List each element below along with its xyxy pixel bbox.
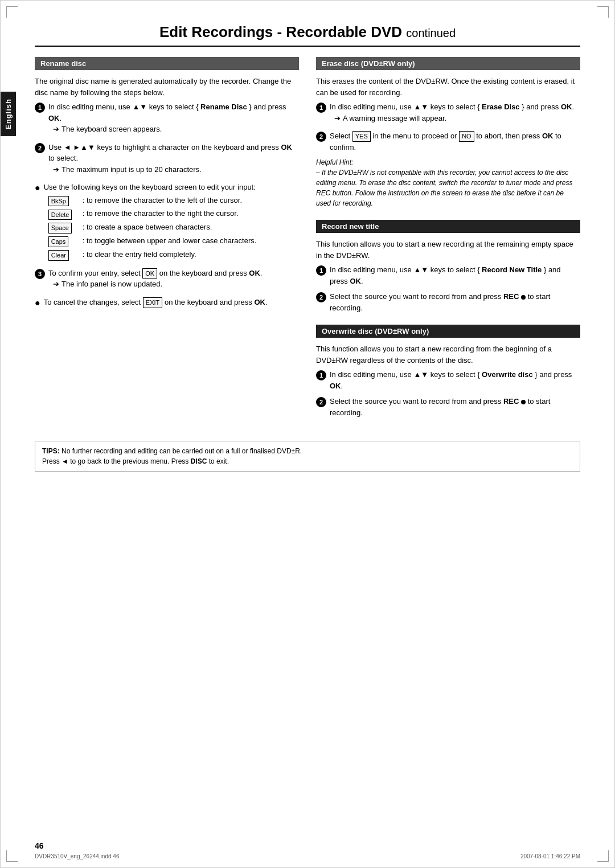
corner-mark-bl — [6, 850, 18, 862]
keyboard-keys-intro: Use the following keys on the keyboard s… — [44, 183, 256, 191]
rename-disc-intro: The original disc name is generated auto… — [35, 76, 299, 98]
overwrite-step-1: 1 In disc editing menu, use ▲▼ keys to s… — [316, 369, 580, 391]
erase-disc-header: Erase disc (DVD±RW only) — [316, 57, 580, 70]
step-2-arrow-text: The maximum input is up to 20 characters… — [62, 164, 202, 175]
step-1-content: In disc editing menu, use ▲▼ keys to sel… — [48, 101, 299, 137]
yes-box: YES — [352, 131, 371, 142]
key-caps-desc: : to toggle between upper and lower case… — [83, 236, 299, 246]
erase-disc-intro: This erases the content of the DVD±RW. O… — [316, 76, 580, 98]
overwrite-disc-section: Overwrite disc (DVD±RW only) This functi… — [316, 325, 580, 418]
record-step-2-content: Select the source you want to record fro… — [330, 291, 580, 313]
erase-disc-section: Erase disc (DVD±RW only) This erases the… — [316, 57, 580, 208]
step-num-1: 1 — [35, 103, 45, 113]
tips-text: No further recording and editing can be … — [42, 447, 302, 465]
step-2-arrow: ➔ The maximum input is up to 20 characte… — [53, 164, 299, 175]
helpful-hint-title: Helpful Hint: — [316, 158, 353, 166]
bullet-symbol-keys: ● — [35, 182, 40, 194]
key-delete-desc: : to remove the character to the right t… — [83, 208, 299, 219]
key-row-caps: Caps : to toggle between upper and lower… — [48, 236, 299, 247]
key-exit: EXIT — [143, 297, 162, 308]
rec-dot-2 — [521, 400, 526, 404]
rename-disc-section: Rename disc The original disc name is ge… — [35, 57, 299, 309]
page-title-continued: continued — [406, 27, 456, 39]
key-bksp-cell: BkSp — [48, 195, 83, 207]
footer-right: 2007-08-01 1:46:22 PM — [520, 853, 580, 859]
overwrite-disc-intro: This function allows you to start a new … — [316, 343, 580, 366]
rename-step-3: 3 To confirm your entry, select OK on th… — [35, 268, 299, 292]
overwrite-step-2-content: Select the source you want to record fro… — [330, 396, 580, 418]
two-column-layout: Rename disc The original disc name is ge… — [35, 57, 580, 429]
key-caps-cell: Caps — [48, 236, 83, 247]
cancel-content: To cancel the changes, select EXIT on th… — [44, 297, 299, 308]
rename-step-1: 1 In disc editing menu, use ▲▼ keys to s… — [35, 101, 299, 137]
record-new-title-section: Record new title This function allows yo… — [316, 220, 580, 313]
record-step-1-content: In disc editing menu, use ▲▼ keys to sel… — [330, 264, 580, 286]
step-3-arrow: ➔ The info panel is now updated. — [53, 279, 299, 290]
erase-step-2: 2 Select YES in the menu to proceed or N… — [316, 130, 580, 153]
key-row-delete: Delete : to remove the character to the … — [48, 208, 299, 220]
step-3-arrow-text: The info panel is now updated. — [62, 279, 162, 290]
record-step-1: 1 In disc editing menu, use ▲▼ keys to s… — [316, 264, 580, 286]
key-caps: Caps — [48, 236, 69, 247]
tips-box: TIPS: No further recording and editing c… — [35, 441, 580, 472]
keyboard-keys-content: Use the following keys on the keyboard s… — [44, 182, 299, 263]
erase-step-num-2: 2 — [316, 132, 326, 142]
footer-left: DVDR3510V_eng_26244.indd 46 — [35, 853, 119, 859]
arrow-symbol-3: ➔ — [53, 279, 59, 290]
erase-step-1-arrow: ➔ A warning message will appear. — [334, 113, 580, 124]
key-space-desc: : to create a space between characters. — [83, 222, 299, 232]
record-new-title-intro: This function allows you to start a new … — [316, 239, 580, 261]
overwrite-step-num-1: 1 — [316, 370, 326, 380]
page-title: Edit Recordings - Recordable DVD continu… — [35, 23, 580, 47]
rename-disc-header: Rename disc — [35, 57, 299, 70]
key-row-space: Space : to create a space between charac… — [48, 222, 299, 234]
left-column: Rename disc The original disc name is ge… — [35, 57, 299, 429]
erase-step-1-content: In disc editing menu, use ▲▼ keys to sel… — [330, 101, 580, 126]
key-clear-cell: Clear — [48, 249, 83, 261]
step-num-3: 3 — [35, 269, 45, 279]
key-clear-desc: : to clear the entry field completely. — [83, 249, 299, 260]
right-column: Erase disc (DVD±RW only) This erases the… — [316, 57, 580, 429]
key-bksp: BkSp — [48, 196, 69, 207]
page-title-text: Edit Recordings - Recordable DVD — [159, 23, 402, 40]
key-bksp-desc: : to remove the character to the left of… — [83, 195, 299, 206]
page-number: 46 — [35, 841, 44, 850]
helpful-hint-block: Helpful Hint: – If the DVD±RW is not com… — [316, 157, 580, 208]
step-num-2: 2 — [35, 143, 45, 153]
rec-dot-1 — [521, 295, 526, 300]
rename-step-2: 2 Use ◄ ►▲▼ keys to highlight a characte… — [35, 142, 299, 178]
language-tab: English — [1, 92, 16, 136]
key-delete-cell: Delete — [48, 208, 83, 220]
keyboard-keys-bullet: ● Use the following keys on the keyboard… — [35, 182, 299, 263]
key-row-bksp: BkSp : to remove the character to the le… — [48, 195, 299, 207]
overwrite-step-2: 2 Select the source you want to record f… — [316, 396, 580, 418]
erase-step-num-1: 1 — [316, 103, 326, 113]
arrow-symbol-2: ➔ — [53, 164, 59, 175]
corner-mark-br — [597, 850, 609, 862]
key-space: Space — [48, 223, 72, 234]
key-clear: Clear — [48, 250, 69, 261]
erase-step-1: 1 In disc editing menu, use ▲▼ keys to s… — [316, 101, 580, 126]
page-container: English Edit Recordings - Recordable DVD… — [0, 0, 615, 868]
corner-mark-tr — [597, 6, 609, 18]
step-2-content: Use ◄ ►▲▼ keys to highlight a character … — [48, 142, 299, 178]
helpful-hint-text: – If the DVD±RW is not compatible with t… — [316, 169, 572, 207]
record-step-num-1: 1 — [316, 265, 326, 276]
record-step-num-2: 2 — [316, 292, 326, 302]
bullet-symbol-cancel: ● — [35, 297, 40, 309]
overwrite-step-1-content: In disc editing menu, use ▲▼ keys to sel… — [330, 369, 580, 391]
tips-label: TIPS: — [42, 447, 60, 455]
erase-step-1-arrow-text: A warning message will appear. — [343, 113, 446, 124]
record-step-2: 2 Select the source you want to record f… — [316, 291, 580, 313]
erase-step-2-content: Select YES in the menu to proceed or NO … — [330, 130, 580, 153]
key-space-cell: Space — [48, 222, 83, 234]
key-row-clear: Clear : to clear the entry field complet… — [48, 249, 299, 261]
record-new-title-header: Record new title — [316, 220, 580, 233]
step-1-arrow: ➔ The keyboard screen appears. — [53, 124, 299, 135]
key-ok-confirm: OK — [142, 268, 157, 279]
erase-arrow-1: ➔ — [334, 113, 341, 124]
corner-mark-tl — [6, 6, 18, 18]
overwrite-step-num-2: 2 — [316, 397, 326, 407]
no-box: NO — [459, 131, 474, 142]
arrow-symbol-1: ➔ — [53, 124, 59, 135]
